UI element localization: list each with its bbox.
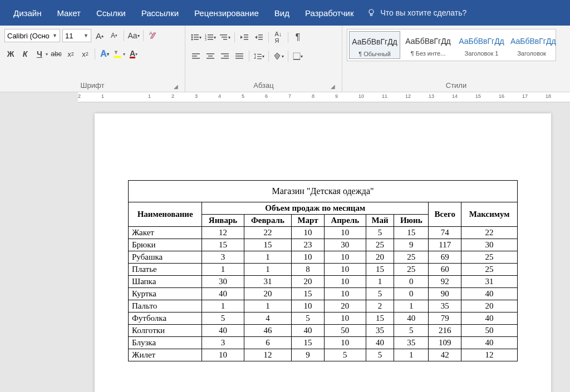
table-row[interactable]: Пальто111020213520 xyxy=(129,300,518,312)
text-effects-button[interactable]: A▾ xyxy=(99,48,111,60)
menu-tab-developer[interactable]: Разработчик xyxy=(297,2,361,24)
menu-bar: Дизайн Макет Ссылки Рассылки Рецензирова… xyxy=(0,0,570,26)
table-row[interactable]: Блузка361510403510940 xyxy=(129,337,518,349)
clear-formatting-button[interactable]: A xyxy=(147,29,159,42)
cell-value: 10 xyxy=(324,337,366,349)
col-header-max: Максимум xyxy=(461,202,518,227)
increase-indent-button[interactable] xyxy=(253,31,265,43)
cell-value: 6 xyxy=(244,337,291,349)
svg-rect-32 xyxy=(224,56,229,57)
table-row[interactable]: Жакет122210105157422 xyxy=(129,227,518,239)
cell-value: 3 xyxy=(202,251,244,264)
svg-rect-28 xyxy=(207,53,214,54)
italic-button[interactable]: К xyxy=(19,48,31,60)
borders-button[interactable]: ▾ xyxy=(292,50,304,62)
menu-tab-review[interactable]: Рецензирование xyxy=(186,2,267,24)
svg-rect-26 xyxy=(192,56,197,57)
numbering-button[interactable]: 123▾ xyxy=(204,31,217,43)
align-left-button[interactable] xyxy=(190,50,202,62)
table-row[interactable]: Колготки4046405035521650 xyxy=(129,325,518,337)
bullets-button[interactable]: ▾ xyxy=(190,31,202,43)
show-marks-button[interactable]: ¶ xyxy=(292,31,304,43)
menu-tab-view[interactable]: Вид xyxy=(267,2,297,24)
table-row[interactable]: Рубашка31101020256925 xyxy=(129,251,518,264)
cell-value: 1 xyxy=(394,349,429,361)
table-row[interactable]: Шапка30312010109231 xyxy=(129,276,518,288)
style-item-heading[interactable]: АаБбВвГгДд Заголовок xyxy=(509,31,554,58)
svg-rect-35 xyxy=(235,56,243,57)
align-center-button[interactable] xyxy=(204,50,217,62)
change-case-button[interactable]: Aa▾ xyxy=(127,29,140,42)
shading-button[interactable]: ▾ xyxy=(272,50,284,62)
cell-max: 40 xyxy=(461,312,518,325)
style-item-nospacing[interactable]: АаБбВвГгДд ¶ Без инте... xyxy=(402,31,454,58)
dialog-launcher-icon[interactable]: ◢ xyxy=(331,83,335,90)
shrink-font-button[interactable]: A▾ xyxy=(108,29,120,42)
table-row[interactable]: Жилет101295514212 xyxy=(129,349,518,361)
table-row[interactable]: Футболка5451015407940 xyxy=(129,312,518,325)
svg-rect-21 xyxy=(244,39,248,40)
cell-max: 20 xyxy=(461,300,518,312)
month-header: Июнь xyxy=(394,215,429,227)
style-gallery[interactable]: АаБбВвГгДд ¶ Обычный АаБбВвГгДд ¶ Без ин… xyxy=(347,29,556,61)
svg-rect-31 xyxy=(221,53,229,54)
menu-tab-layout[interactable]: Макет xyxy=(49,2,88,24)
cell-value: 15 xyxy=(292,337,325,349)
cell-name: Брюки xyxy=(129,239,202,251)
table-row[interactable]: Платье1181015256025 xyxy=(129,264,518,276)
menu-tab-design[interactable]: Дизайн xyxy=(6,2,49,24)
cell-value: 8 xyxy=(292,264,325,276)
ruler-tick: 7 xyxy=(288,93,291,99)
document-area[interactable]: 21123456789101112131415161718 Магазин "Д… xyxy=(0,92,570,392)
menu-tab-mailings[interactable]: Рассылки xyxy=(134,2,186,24)
font-size-value: 11 xyxy=(65,32,73,40)
cell-name: Футболка xyxy=(129,312,202,325)
svg-rect-25 xyxy=(192,53,200,54)
cell-value: 12 xyxy=(244,349,291,361)
tell-me-label: Что вы хотите сделать? xyxy=(380,8,466,17)
line-spacing-button[interactable]: ▾ xyxy=(253,50,265,62)
table-row[interactable]: Брюки1515233025911730 xyxy=(129,239,518,251)
tell-me-search[interactable]: Что вы хотите сделать? xyxy=(367,8,466,17)
subscript-button[interactable]: x2 xyxy=(65,48,77,60)
grow-font-button[interactable]: A▴ xyxy=(94,29,106,42)
decrease-indent-button[interactable] xyxy=(238,31,250,43)
font-color-button[interactable]: A▾ xyxy=(127,48,140,60)
sort-button[interactable]: А↓Я xyxy=(272,31,284,43)
ruler-tick: 6 xyxy=(265,93,268,99)
strikethrough-button[interactable]: abc xyxy=(50,48,62,60)
svg-rect-16 xyxy=(220,34,227,36)
multilevel-list-button[interactable]: ▾ xyxy=(219,31,231,43)
cell-max: 31 xyxy=(461,276,518,288)
align-right-button[interactable] xyxy=(219,50,231,62)
style-item-normal[interactable]: АаБбВвГгДд ¶ Обычный xyxy=(349,31,400,59)
cell-value: 10 xyxy=(324,264,366,276)
font-size-combo[interactable]: 11 ▼ xyxy=(62,29,91,42)
horizontal-ruler[interactable]: 21123456789101112131415161718 xyxy=(78,92,570,102)
cell-total: 216 xyxy=(429,325,461,337)
ruler-tick: 4 xyxy=(218,93,221,99)
cell-value: 0 xyxy=(394,276,429,288)
font-name-combo[interactable]: Calibri (Осно ▼ xyxy=(4,29,60,42)
ribbon-group-styles: АаБбВвГгДд ¶ Обычный АаБбВвГгДд ¶ Без ин… xyxy=(342,26,570,92)
ruler-tick: 3 xyxy=(195,93,198,99)
superscript-button[interactable]: x2 xyxy=(79,48,91,60)
document-table[interactable]: Магазин "Детская одежда" Наименование Об… xyxy=(128,180,518,361)
group-label-font: Шрифт ◢ xyxy=(4,79,180,92)
menu-tab-references[interactable]: Ссылки xyxy=(89,2,134,24)
underline-button[interactable]: Ч xyxy=(33,48,46,60)
table-row[interactable]: Куртка40201510509040 xyxy=(129,288,518,300)
highlight-button[interactable]: ▾ xyxy=(113,48,125,60)
dropdown-arrow-icon: ▼ xyxy=(52,33,57,38)
align-justify-button[interactable] xyxy=(233,50,245,62)
ruler-tick: 14 xyxy=(452,93,458,99)
document-page[interactable]: Магазин "Детская одежда" Наименование Об… xyxy=(95,113,551,392)
cell-value: 40 xyxy=(202,288,244,300)
dialog-launcher-icon[interactable]: ◢ xyxy=(174,83,178,90)
svg-rect-15 xyxy=(208,39,213,40)
style-item-heading1[interactable]: АаБбВвГгДд Заголовок 1 xyxy=(456,31,507,58)
col-header-total: Всего xyxy=(429,202,461,227)
cell-value: 22 xyxy=(244,227,291,239)
bold-button[interactable]: Ж xyxy=(4,48,17,60)
svg-rect-7 xyxy=(194,37,199,38)
